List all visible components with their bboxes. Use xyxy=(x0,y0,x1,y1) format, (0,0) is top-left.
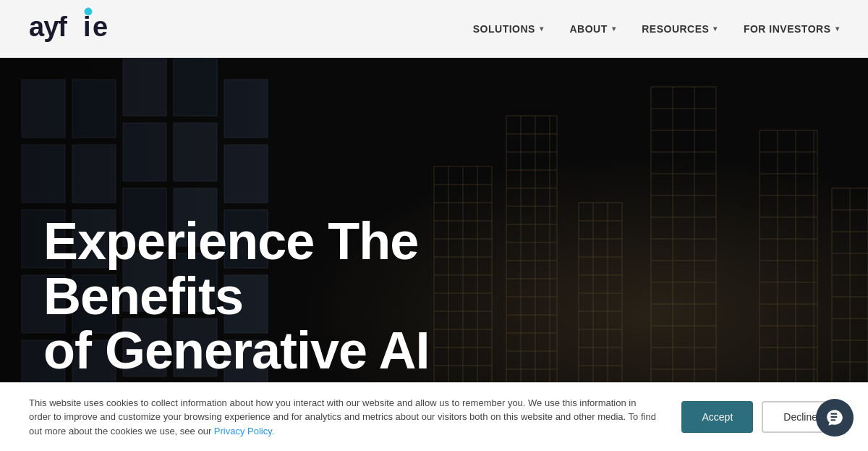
cookie-banner: This website uses cookies to collect inf… xyxy=(0,382,868,452)
chat-button[interactable] xyxy=(816,399,854,437)
nav-for-investors[interactable]: FOR INVESTORS ▾ xyxy=(744,23,839,35)
svg-text:e: e xyxy=(93,12,107,42)
logo[interactable]: ayf i e xyxy=(29,7,116,50)
privacy-policy-link[interactable]: Privacy Policy. xyxy=(214,426,275,437)
accept-button[interactable]: Accept xyxy=(681,401,753,433)
hero-content: Experience The Benefits of Generative AI xyxy=(43,214,550,379)
nav-resources[interactable]: RESOURCES ▾ xyxy=(642,23,718,35)
investors-chevron-icon: ▾ xyxy=(835,25,840,33)
hero-section: Experience The Benefits of Generative AI… xyxy=(0,58,868,451)
svg-text:i: i xyxy=(83,12,90,42)
chat-icon xyxy=(825,408,844,427)
resources-chevron-icon: ▾ xyxy=(713,25,718,33)
svg-text:ayf: ayf xyxy=(29,12,67,42)
cookie-text: This website uses cookies to collect inf… xyxy=(29,396,658,439)
hero-title: Experience The Benefits of Generative AI xyxy=(43,214,550,379)
solutions-chevron-icon: ▾ xyxy=(540,25,544,33)
nav-solutions[interactable]: SOLUTIONS ▾ xyxy=(473,23,544,35)
svg-point-2 xyxy=(85,8,92,15)
logo-text: ayf i e xyxy=(29,7,116,50)
nav-about[interactable]: ABOUT ▾ xyxy=(569,23,616,35)
header: ayf i e SOLUTIONS ▾ ABOUT ▾ RESOURCES ▾ … xyxy=(0,0,868,58)
about-chevron-icon: ▾ xyxy=(612,25,616,33)
main-nav: SOLUTIONS ▾ ABOUT ▾ RESOURCES ▾ FOR INVE… xyxy=(473,23,839,35)
